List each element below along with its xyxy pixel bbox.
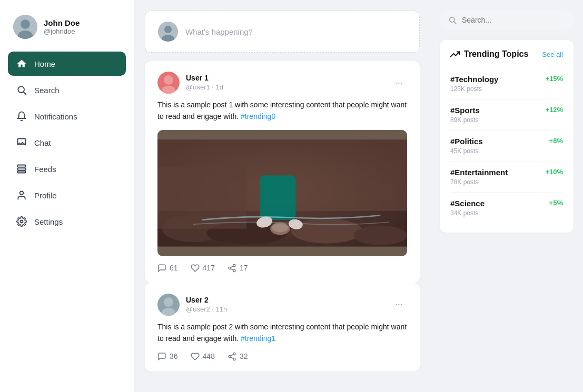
settings-icon — [16, 216, 27, 227]
post-actions: 36 448 32 — [157, 352, 407, 361]
svg-point-10 — [21, 220, 23, 223]
trending-item-row: #Technology 125K posts +15% — [450, 75, 563, 93]
svg-rect-7 — [18, 168, 26, 170]
nav-label-feeds: Feeds — [34, 165, 56, 174]
post-card-1: User 1 @user1 · 1d ··· This is a sample … — [145, 61, 420, 283]
share-button[interactable]: 32 — [228, 352, 248, 361]
nav-item-profile[interactable]: Profile — [8, 183, 126, 207]
nav-label-chat: Chat — [34, 138, 51, 147]
trending-item: #Politics 45K posts +8% — [450, 130, 563, 162]
svg-line-40 — [231, 357, 233, 358]
trending-percentage: +12% — [545, 106, 563, 114]
search-box[interactable] — [440, 11, 574, 29]
post-header: User 2 @user2 · 11h ··· — [157, 294, 407, 316]
comment-count: 36 — [170, 352, 178, 360]
comment-count: 61 — [170, 264, 178, 272]
share-icon — [228, 352, 236, 361]
comment-button[interactable]: 36 — [157, 352, 178, 361]
post-content: This is a sample post 1 with some intere… — [157, 99, 407, 123]
trending-item: #Science 34K posts +5% — [450, 193, 563, 223]
post-more-button[interactable]: ··· — [391, 297, 407, 312]
trending-tag-group: #Technology 125K posts — [450, 75, 498, 93]
compose-avatar — [158, 22, 178, 42]
nav-item-chat[interactable]: Chat — [8, 130, 126, 155]
post-header-left: User 1 @user1 · 1d — [157, 72, 223, 94]
nav-item-feeds[interactable]: Feeds — [8, 157, 126, 181]
nav-item-home[interactable]: Home — [8, 52, 126, 76]
trending-tag-group: #Science 34K posts — [450, 199, 485, 217]
trending-item: #Technology 125K posts +15% — [450, 68, 563, 99]
compose-placeholder[interactable]: What's happening? — [185, 27, 253, 36]
svg-rect-24 — [260, 175, 296, 220]
nav-label-home: Home — [34, 59, 55, 68]
trending-tag[interactable]: #Sports — [450, 106, 480, 115]
svg-point-28 — [272, 223, 288, 232]
nav-label-settings: Settings — [34, 217, 63, 226]
trending-topics-box: Trending Topics See all #Technology 125K… — [440, 40, 574, 233]
post-actions: 61 417 17 — [157, 264, 407, 273]
nav-label-search: Search — [34, 86, 60, 95]
search-icon — [448, 16, 457, 24]
like-count: 417 — [203, 264, 215, 272]
post-meta: @user2 · 11h — [186, 305, 227, 313]
left-sidebar: John Doe @johndoe Home Search Notificati… — [0, 0, 134, 392]
post-avatar — [157, 72, 180, 94]
share-icon — [228, 264, 236, 273]
svg-rect-8 — [18, 171, 26, 173]
svg-point-1 — [21, 19, 30, 29]
share-count: 17 — [240, 264, 248, 272]
search-input[interactable] — [462, 16, 565, 24]
trending-tag-group: #Entertainment 78K posts — [450, 168, 508, 186]
main-nav: Home Search Notifications Chat Feeds Pro… — [8, 52, 126, 236]
trending-percentage: +8% — [549, 137, 563, 145]
svg-line-41 — [231, 354, 233, 356]
heart-icon — [191, 264, 200, 273]
see-all-button[interactable]: See all — [542, 51, 563, 58]
trending-tag[interactable]: #Technology — [450, 75, 498, 84]
svg-line-43 — [454, 22, 456, 24]
svg-point-21 — [353, 226, 407, 245]
share-button[interactable]: 17 — [228, 264, 248, 273]
trending-title: Trending Topics — [464, 49, 528, 59]
user-profile-section: John Doe @johndoe — [8, 11, 126, 43]
svg-point-20 — [291, 218, 362, 243]
profile-icon — [16, 190, 27, 200]
trending-title-row: Trending Topics — [450, 49, 528, 59]
trending-count: 125K posts — [450, 85, 498, 93]
post-user-name: User 2 — [186, 296, 227, 304]
post-card-2: User 2 @user2 · 11h ··· This is a sample… — [145, 283, 420, 371]
comment-button[interactable]: 61 — [157, 264, 178, 273]
trending-item-row: #Politics 45K posts +8% — [450, 137, 563, 155]
trending-tag[interactable]: #Politics — [450, 137, 483, 146]
trending-item-row: #Sports 89K posts +12% — [450, 106, 563, 124]
like-button[interactable]: 417 — [191, 264, 215, 273]
like-button[interactable]: 448 — [191, 352, 215, 361]
nav-item-search[interactable]: Search — [8, 78, 126, 102]
svg-point-9 — [20, 192, 24, 195]
user-info: John Doe @johndoe — [44, 18, 80, 35]
trending-tag[interactable]: #Science — [450, 199, 485, 208]
user-name: John Doe — [44, 18, 80, 27]
trending-item-row: #Entertainment 78K posts +10% — [450, 168, 563, 186]
post-image — [157, 130, 407, 256]
nav-item-notifications[interactable]: Notifications — [8, 104, 126, 128]
trending-item: #Sports 89K posts +12% — [450, 99, 563, 130]
nav-item-settings[interactable]: Settings — [8, 209, 126, 234]
nav-label-profile: Profile — [34, 191, 57, 200]
svg-point-35 — [164, 297, 173, 307]
post-meta: @user1 · 1d — [186, 83, 223, 91]
compose-box[interactable]: What's happening? — [145, 11, 420, 53]
comment-icon — [157, 264, 166, 273]
trending-item-row: #Science 34K posts +5% — [450, 199, 563, 217]
heart-icon — [191, 352, 200, 361]
chat-icon — [16, 137, 27, 148]
trending-tag-group: #Politics 45K posts — [450, 137, 483, 155]
post-more-button[interactable]: ··· — [391, 75, 407, 91]
post-avatar — [157, 294, 180, 316]
share-count: 32 — [240, 352, 248, 360]
post-user-name: User 1 — [186, 74, 223, 82]
trending-tag[interactable]: #Entertainment — [450, 168, 508, 177]
comment-icon — [157, 352, 166, 361]
post-header-left: User 2 @user2 · 11h — [157, 294, 227, 316]
right-sidebar: Trending Topics See all #Technology 125K… — [430, 0, 583, 392]
